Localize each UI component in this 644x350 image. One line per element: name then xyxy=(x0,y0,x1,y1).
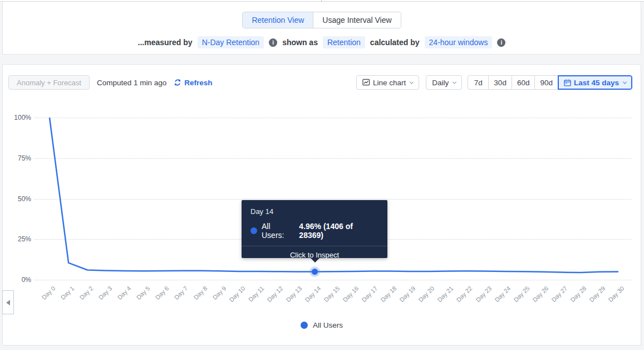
x-axis-label: Day 6 xyxy=(154,285,170,301)
x-axis-label: Day 29 xyxy=(588,285,606,303)
x-axis-label: Day 24 xyxy=(493,285,512,303)
chevron-down-icon xyxy=(623,80,627,84)
line-chart-icon xyxy=(362,79,370,86)
x-axis-label: Day 2 xyxy=(78,285,95,301)
tooltip-divider xyxy=(242,246,387,246)
x-axis-label: Day 30 xyxy=(607,285,625,303)
collapse-left-icon xyxy=(6,300,10,305)
x-axis-label: Day 0 xyxy=(41,285,57,301)
x-axis-label: Day 5 xyxy=(135,285,151,301)
tooltip-series-label: All Users: xyxy=(262,222,294,240)
x-axis-label: Day 22 xyxy=(455,285,474,303)
x-axis-label: Day 16 xyxy=(341,285,360,303)
calculated-by-label: calculated by xyxy=(370,38,420,47)
tooltip-value: 4.96% (1406 of 28369) xyxy=(299,222,378,240)
collapse-panel-button[interactable] xyxy=(2,290,14,314)
range-7d-button[interactable]: 7d xyxy=(468,75,489,90)
chart-toolbar-left: Anomaly + Forecast Computed 1 min ago Re… xyxy=(8,75,213,90)
chart-legend: All Users xyxy=(3,321,641,329)
x-axis-label: Day 11 xyxy=(247,285,266,303)
x-axis-label: Day 27 xyxy=(550,285,568,303)
y-axis-label: 0% xyxy=(3,276,31,284)
custom-range-button[interactable]: Last 45 days xyxy=(558,75,632,90)
custom-range-label: Last 45 days xyxy=(574,79,619,87)
x-axis-label: Day 12 xyxy=(266,285,284,303)
x-axis-label: Day 10 xyxy=(228,285,246,303)
chevron-down-icon xyxy=(453,80,456,84)
series-dot-icon xyxy=(250,227,257,234)
chart-type-label: Line chart xyxy=(373,79,406,87)
y-axis-label: 100% xyxy=(3,114,31,121)
anomaly-forecast-button[interactable]: Anomaly + Forecast xyxy=(8,75,90,90)
x-axis-label: Day 9 xyxy=(211,285,227,301)
x-axis-label: Day 17 xyxy=(360,285,378,303)
view-toggle-group: Retention View Usage Interval View xyxy=(242,12,401,28)
tooltip-title: Day 14 xyxy=(250,207,378,216)
gridline xyxy=(35,158,631,159)
measured-by-label: ...measured by xyxy=(138,38,193,47)
x-axis-label: Day 28 xyxy=(569,285,587,303)
interval-label: Daily xyxy=(432,79,449,87)
x-axis-label: Day 25 xyxy=(512,285,530,303)
y-axis-label: 50% xyxy=(3,195,31,203)
computed-status: Computed 1 min ago xyxy=(97,79,166,87)
gridline xyxy=(35,280,631,280)
calendar-icon xyxy=(564,79,571,86)
tooltip-series-row: All Users: 4.96% (1406 of 28369) xyxy=(250,222,378,240)
refresh-label: Refresh xyxy=(184,79,212,87)
x-axis-label: Day 13 xyxy=(284,285,303,303)
interval-dropdown[interactable]: Daily xyxy=(426,75,462,90)
metric-pill[interactable]: N-Day Retention xyxy=(198,36,264,48)
x-axis-label: Day 20 xyxy=(417,285,436,303)
highlighted-data-point[interactable] xyxy=(312,269,318,275)
x-axis-label: Day 21 xyxy=(436,285,455,303)
range-30d-button[interactable]: 30d xyxy=(488,75,512,90)
x-axis-label: Day 8 xyxy=(192,285,208,301)
refresh-button[interactable]: Refresh xyxy=(174,79,212,87)
x-axis-label: Day 3 xyxy=(97,285,114,301)
refresh-icon xyxy=(174,79,181,86)
tooltip-pointer xyxy=(311,258,319,262)
view-settings-panel: Retention View Usage Interval View ...me… xyxy=(2,2,641,55)
gridline xyxy=(35,199,631,200)
retention-analysis-screen: Retention View Usage Interval View ...me… xyxy=(0,0,644,350)
view-toggle: Retention View Usage Interval View xyxy=(3,12,641,28)
chart-tooltip: Day 14 All Users: 4.96% (1406 of 28369) … xyxy=(242,200,387,258)
tab-usage-interval-view[interactable]: Usage Interval View xyxy=(313,12,400,28)
x-axis-label: Day 26 xyxy=(531,285,549,303)
shown-as-pill[interactable]: Retention xyxy=(323,36,365,48)
info-icon[interactable]: i xyxy=(497,38,505,47)
date-range-group: 7d 30d 60d 90d Last 45 days xyxy=(468,75,632,90)
calculated-by-pill[interactable]: 24-hour windows xyxy=(425,36,493,48)
x-axis-label: Day 15 xyxy=(322,285,341,303)
x-axis-label: Day 14 xyxy=(303,285,322,303)
chart-toolbar-right: Line chart Daily 7d 30d 60d 90d xyxy=(356,75,632,90)
y-axis-label: 75% xyxy=(3,154,31,162)
x-axis-label: Day 19 xyxy=(399,285,417,303)
range-60d-button[interactable]: 60d xyxy=(512,75,535,90)
legend-series-dot-icon[interactable] xyxy=(301,322,308,329)
x-axis-label: Day 18 xyxy=(380,285,398,303)
shown-as-label: shown as xyxy=(282,38,318,47)
x-axis-label: Day 4 xyxy=(116,285,132,301)
gridline xyxy=(35,118,631,118)
chart-type-dropdown[interactable]: Line chart xyxy=(356,75,419,90)
x-axis-label: Day 1 xyxy=(60,285,76,301)
info-icon[interactable]: i xyxy=(269,38,277,47)
chevron-down-icon xyxy=(410,80,414,84)
x-axis-label: Day 23 xyxy=(474,285,493,303)
y-axis-label: 25% xyxy=(3,235,31,243)
x-axis-label: Day 7 xyxy=(173,285,189,301)
tab-retention-view[interactable]: Retention View xyxy=(243,12,313,28)
legend-series-label: All Users xyxy=(313,321,343,329)
range-90d-button[interactable]: 90d xyxy=(534,75,558,90)
measured-by-row: ...measured by N-Day Retention i shown a… xyxy=(3,36,641,48)
chart-panel: Anomaly + Forecast Computed 1 min ago Re… xyxy=(2,64,641,346)
